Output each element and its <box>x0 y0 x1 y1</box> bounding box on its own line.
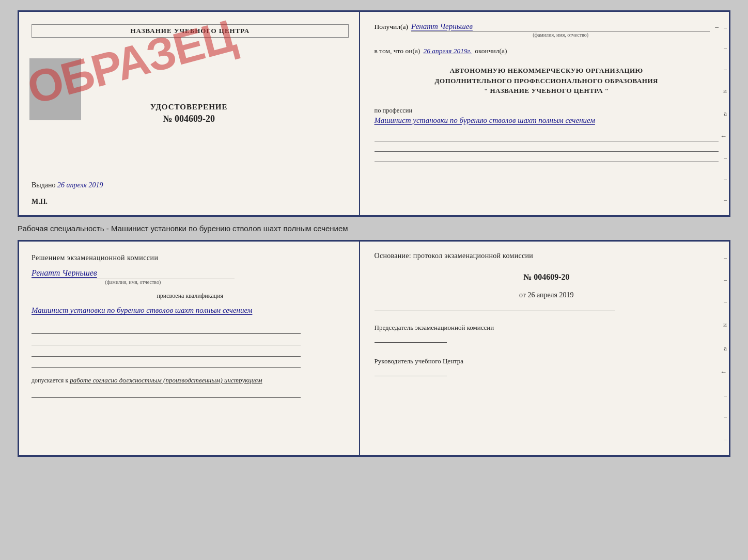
vtom-line: в том, что он(а) 26 апреля 2019г. окончи… <box>375 47 719 55</box>
predsed-signature-line <box>375 335 447 343</box>
bottom-dash-2 <box>32 338 301 345</box>
school-name-top: НАЗВАНИЕ УЧЕБНОГО ЦЕНТРА <box>32 24 349 38</box>
ruk-label: Руководитель учебного Центра <box>375 357 464 365</box>
prisv-label: присвоена квалификация <box>32 292 349 300</box>
vtom-label: в том, что он(а) <box>375 47 420 55</box>
side-item-6: ← <box>719 132 727 140</box>
dash-line-3 <box>375 155 719 162</box>
vydano-date: 26 апреля 2019 <box>57 181 103 189</box>
org-line2: ДОПОЛНИТЕЛЬНОГО ПРОФЕССИОНАЛЬНОГО ОБРАЗО… <box>375 76 719 86</box>
top-right-panel: Получил(а) Ренатт Черньшев (фамилия, имя… <box>360 12 729 215</box>
photo-placeholder <box>29 58 81 120</box>
bottom-dash-3 <box>32 349 301 357</box>
bottom-right-panel: Основание: протокол экзаменационной коми… <box>360 242 729 455</box>
osnov-title: Основание: протокол экзаменационной коми… <box>375 252 719 260</box>
side-item-3: – <box>719 66 727 72</box>
udost-number: № 004609-20 <box>150 114 228 124</box>
bottom-left-panel: Решением экзаменационной комиссии Ренатт… <box>19 242 360 455</box>
dopusk-value: работе согласно должностным (производств… <box>70 376 262 384</box>
right-bottom-dash <box>375 311 616 311</box>
vydano-line: Выдано 26 апреля 2019 <box>32 181 103 189</box>
org-block: АВТОНОМНУЮ НЕКОММЕРЧЕСКУЮ ОРГАНИЗАЦИЮ ДО… <box>375 66 719 96</box>
side-item-4: и <box>719 87 727 95</box>
bottom-dash-1 <box>32 327 301 334</box>
bside-7: – <box>719 392 727 398</box>
vydano-label: Выдано <box>32 181 56 189</box>
bottom-dash-5 <box>32 391 301 398</box>
fio-hint-bottom: (фамилия, имя, отчество) <box>32 279 235 285</box>
dash-line-2 <box>375 145 719 152</box>
mp-label: М.П. <box>32 198 48 206</box>
side-item-7: – <box>719 155 727 161</box>
predsed-label: Председатель экзаменационной комиссии <box>375 324 494 331</box>
dash-top: – <box>715 23 719 31</box>
bottom-dash-4 <box>32 361 301 368</box>
side-decorations-top: – – – и а ← – – – <box>719 12 727 215</box>
bside-8: – <box>719 414 727 420</box>
dash-line-1 <box>375 134 719 141</box>
right-dash-lines <box>375 134 719 162</box>
poluchil-label: Получил(а) <box>375 23 409 31</box>
side-item-2: – <box>719 45 727 51</box>
predsed-block: Председатель экзаменационной комиссии <box>375 323 719 343</box>
prof-value: Машинист установки по бурению стволов ша… <box>375 115 719 126</box>
protocol-date: от 26 апреля 2019 <box>375 291 719 299</box>
fio-hint-top: (фамилия, имя, отчество) <box>411 32 710 38</box>
fio-value-bottom: Ренатт Черньшев <box>32 268 235 279</box>
dopusk-label: допускается к <box>32 377 68 384</box>
bside-9: – <box>719 436 727 442</box>
udost-title: УДОСТОВЕРЕНИЕ <box>150 103 228 111</box>
bside-3: – <box>719 298 727 305</box>
side-item-9: – <box>719 197 727 203</box>
kvali-value: Машинист установки по бурению стволов ша… <box>32 304 301 316</box>
udostoverenie-block: УДОСТОВЕРЕНИЕ № 004609-20 <box>150 103 228 124</box>
dopusk-line: допускается к работе согласно должностны… <box>32 376 349 385</box>
document-wrapper: НАЗВАНИЕ УЧЕБНОГО ЦЕНТРА ОБРАЗЕЦ УДОСТОВ… <box>18 10 730 457</box>
ruk-block: Руководитель учебного Центра <box>375 356 719 376</box>
side-item-1: – <box>719 24 727 30</box>
protocol-date-value: 26 апреля 2019 <box>527 291 573 299</box>
top-left-panel: НАЗВАНИЕ УЧЕБНОГО ЦЕНТРА ОБРАЗЕЦ УДОСТОВ… <box>19 12 360 215</box>
ruk-signature-line <box>375 369 447 376</box>
bside-6: ← <box>719 368 727 376</box>
protocol-number: № 004609-20 <box>375 273 719 282</box>
bside-5: а <box>719 344 727 353</box>
bside-1: – <box>719 254 727 261</box>
bottom-document: Решением экзаменационной комиссии Ренатт… <box>18 240 730 457</box>
bottom-dash-lines <box>32 327 349 368</box>
prof-label: по профессии <box>375 107 413 114</box>
date-prefix: от <box>519 291 526 299</box>
org-line1: АВТОНОМНУЮ НЕКОММЕРЧЕСКУЮ ОРГАНИЗАЦИЮ <box>375 66 719 76</box>
vtom-date: 26 апреля 2019г. <box>423 47 472 55</box>
top-document: НАЗВАНИЕ УЧЕБНОГО ЦЕНТРА ОБРАЗЕЦ УДОСТОВ… <box>18 10 730 217</box>
bside-2: – <box>719 277 727 283</box>
middle-text: Рабочая специальность - Машинист установ… <box>18 222 348 235</box>
org-name: " НАЗВАНИЕ УЧЕБНОГО ЦЕНТРА " <box>375 86 719 96</box>
fio-value-top: Ренатт Черньшев <box>411 22 710 31</box>
okoncil-label: окончил(а) <box>475 47 507 55</box>
side-item-8: – <box>719 176 727 182</box>
prof-block: по профессии Машинист установки по бурен… <box>375 106 719 126</box>
bside-4: и <box>719 321 727 329</box>
side-item-5: а <box>719 109 727 118</box>
reshen-title: Решением экзаменационной комиссии <box>32 254 349 262</box>
side-decorations-bottom: – – – и а ← – – – <box>719 242 727 455</box>
